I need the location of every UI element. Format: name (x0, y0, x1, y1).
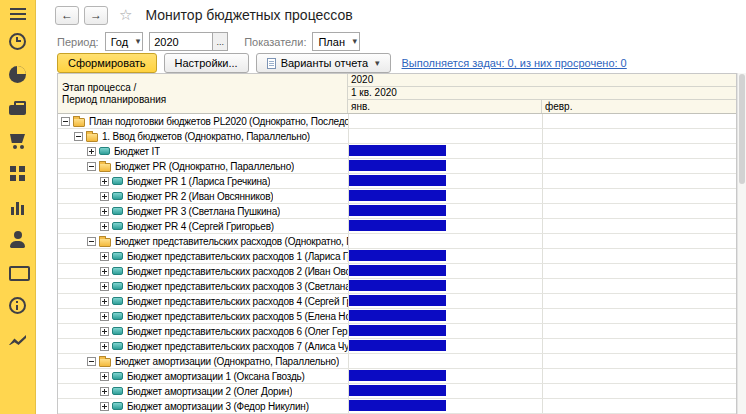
generate-button[interactable]: Сформировать (57, 53, 157, 73)
indicators-select[interactable]: План ▾ (312, 32, 360, 51)
stage-label[interactable]: Бюджет представительских расходов 5 (Еле… (127, 311, 348, 322)
stage-label[interactable]: План подготовки бюджетов PL2020 (Однокра… (89, 116, 348, 127)
stage-label[interactable]: Бюджет представительских расходов 6 (Оле… (127, 326, 348, 337)
month-cell-feb (543, 174, 736, 188)
stage-label[interactable]: Бюджет амортизации 2 (Олег Дорин) (127, 386, 292, 397)
gantt-bar[interactable] (349, 385, 446, 396)
month-cell-jan (349, 249, 543, 263)
collapse-toggle-icon[interactable] (74, 132, 83, 141)
expand-toggle-icon[interactable] (100, 342, 109, 351)
filter-bar: Период: Год ▾ ... Показатели: План ▾ (36, 30, 746, 53)
stage-cell: Бюджет представительских расходов 5 (Еле… (58, 309, 349, 323)
bar-chart-icon[interactable] (9, 198, 26, 215)
collapse-toggle-icon[interactable] (87, 357, 96, 366)
menu-icon[interactable] (10, 8, 26, 10)
month-cell-jan (349, 354, 543, 368)
stage-label[interactable]: Бюджет представительских расходов 3 (Све… (127, 281, 348, 292)
gantt-bar[interactable] (349, 205, 446, 216)
stage-cell: Бюджет амортизации 2 (Олег Дорин) (58, 384, 349, 398)
vertical-scrollbar[interactable] (737, 73, 746, 414)
settings-button[interactable]: Настройки... (164, 53, 249, 73)
stage-label[interactable]: Бюджет представительских расходов 7 (Али… (127, 341, 348, 352)
expand-toggle-icon[interactable] (100, 267, 109, 276)
expand-toggle-icon[interactable] (100, 312, 109, 321)
stage-label[interactable]: Бюджет представительских расходов 2 (Ива… (127, 266, 348, 277)
expand-toggle-icon[interactable] (100, 327, 109, 336)
running-tasks-link[interactable]: Выполняется задач: 0, из них просрочено:… (402, 57, 627, 69)
stage-label[interactable]: Бюджет PR 1 (Лариса Гречкина) (127, 176, 270, 187)
task-icon (112, 387, 123, 395)
month-cell-feb (543, 129, 736, 143)
collapse-toggle-icon[interactable] (61, 117, 70, 126)
collapse-toggle-icon[interactable] (87, 162, 96, 171)
scrollbar-thumb[interactable] (739, 74, 745, 184)
gantt-bar[interactable] (349, 175, 446, 186)
gantt-bar[interactable] (349, 310, 446, 321)
month-cell-jan (349, 264, 543, 278)
gantt-bar[interactable] (349, 265, 446, 276)
gantt-bar[interactable] (349, 280, 446, 291)
expand-toggle-icon[interactable] (100, 372, 109, 381)
stage-header-line2: Период планирования (62, 94, 343, 106)
stage-label[interactable]: 1. Ввод бюджетов (Однократно, Параллельн… (102, 131, 310, 142)
month-cell-feb (543, 399, 736, 413)
pie-chart-icon[interactable] (9, 66, 26, 83)
stage-label[interactable]: Бюджет амортизации (Однократно, Параллел… (115, 356, 339, 367)
report-variants-button[interactable]: Варианты отчета ▾ (256, 53, 391, 73)
stage-label[interactable]: Бюджет PR (Однократно, Параллельно) (115, 161, 294, 172)
forward-button[interactable]: → (84, 6, 108, 25)
stage-column-header: Этап процесса / Период планирования (58, 74, 348, 113)
expand-toggle-icon[interactable] (100, 192, 109, 201)
stage-label[interactable]: Бюджет представительских расходов 4 (Сер… (127, 296, 348, 307)
expand-toggle-icon[interactable] (100, 177, 109, 186)
expand-toggle-icon[interactable] (100, 222, 109, 231)
stage-label[interactable]: Бюджет амортизации 3 (Федор Никулин) (127, 401, 309, 412)
stage-cell: Бюджет PR 4 (Сергей Григорьев) (58, 219, 349, 233)
gantt-bar[interactable] (349, 250, 446, 261)
gantt-bar[interactable] (349, 400, 446, 411)
gantt-bar[interactable] (349, 325, 446, 336)
cart-icon[interactable] (9, 132, 26, 149)
stage-cell: Бюджет амортизации 1 (Оксана Гвоздь) (58, 369, 349, 383)
period-type-select[interactable]: Год ▾ (105, 32, 144, 51)
gantt-bar[interactable] (349, 160, 446, 171)
gantt-bar[interactable] (349, 145, 446, 156)
expand-toggle-icon[interactable] (100, 297, 109, 306)
apps-grid-icon[interactable] (9, 165, 26, 182)
trend-chart-icon[interactable] (9, 330, 26, 347)
expand-toggle-icon[interactable] (100, 402, 109, 411)
briefcase-icon[interactable] (9, 99, 26, 116)
stage-cell: Бюджет представительских расходов (Однок… (58, 234, 349, 248)
gantt-bar[interactable] (349, 295, 446, 306)
expand-toggle-icon[interactable] (87, 147, 96, 156)
user-icon[interactable] (9, 231, 26, 248)
expand-toggle-icon[interactable] (100, 282, 109, 291)
gantt-bar[interactable] (349, 370, 446, 381)
task-icon (112, 327, 123, 335)
gantt-bar[interactable] (349, 340, 446, 351)
month-cell-feb (543, 339, 736, 353)
stage-label[interactable]: Бюджет PR 4 (Сергей Григорьев) (127, 221, 274, 232)
period-input[interactable] (150, 33, 212, 50)
expand-toggle-icon[interactable] (100, 387, 109, 396)
stage-label[interactable]: Бюджет IT (114, 146, 160, 157)
back-button[interactable]: ← (55, 6, 79, 25)
choose-button[interactable]: ... (212, 33, 227, 50)
history-icon[interactable] (9, 33, 26, 50)
gantt-bar[interactable] (349, 190, 446, 201)
favorite-star-icon[interactable]: ☆ (119, 6, 132, 24)
table-row: Бюджет представительских расходов 2 (Ива… (58, 264, 736, 279)
gantt-bar[interactable] (349, 220, 446, 231)
task-icon (112, 267, 123, 275)
expand-toggle-icon[interactable] (100, 207, 109, 216)
table-row: Бюджет PR 3 (Светлана Пушкина) (58, 204, 736, 219)
monitor-icon[interactable] (9, 264, 26, 281)
expand-toggle-icon[interactable] (100, 252, 109, 261)
stage-label[interactable]: Бюджет PR 2 (Иван Овсянников) (127, 191, 273, 202)
stage-label[interactable]: Бюджет представительских расходов 1 (Лар… (127, 251, 348, 262)
stage-label[interactable]: Бюджет представительских расходов (Однок… (115, 236, 348, 247)
stage-label[interactable]: Бюджет PR 3 (Светлана Пушкина) (127, 206, 280, 217)
info-icon[interactable] (9, 297, 26, 314)
stage-label[interactable]: Бюджет амортизации 1 (Оксана Гвоздь) (127, 371, 305, 382)
collapse-toggle-icon[interactable] (87, 237, 96, 246)
